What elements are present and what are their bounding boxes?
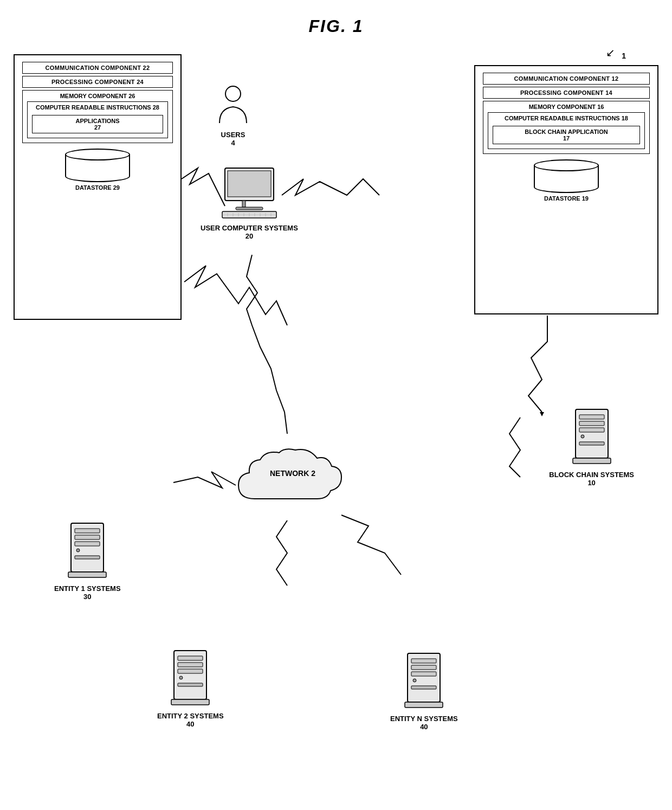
left-cyl-top	[65, 149, 130, 160]
svg-rect-49	[178, 656, 203, 660]
computer-icon	[219, 165, 279, 220]
left-apps-label: APPLICATIONS	[35, 118, 160, 124]
entityN-server-icon	[399, 651, 448, 710]
svg-rect-54	[171, 699, 209, 705]
svg-marker-17	[540, 412, 544, 416]
user-computer-num: 20	[201, 232, 298, 240]
svg-rect-43	[75, 535, 100, 539]
entityN-label: ENTITY N SYSTEMS	[390, 715, 458, 723]
figure-title: FIG. 1	[309, 16, 364, 36]
user-computer-group: USER COMPUTER SYSTEMS 20	[201, 165, 298, 240]
left-instructions-box: COMPUTER READABLE INSTRUCTIONS 28 APPLIC…	[27, 101, 168, 138]
right-datastore-label: DATASTORE 19	[544, 195, 589, 202]
svg-point-59	[413, 679, 416, 682]
network-group: NETWORK 2	[233, 445, 352, 523]
svg-rect-61	[405, 702, 443, 708]
entity1-num: 30	[54, 593, 121, 601]
blockchain-server-icon	[567, 407, 616, 466]
left-apps-num: 27	[35, 124, 160, 131]
users-group: USERS 4	[214, 84, 252, 147]
left-proc-component: PROCESSING COMPONENT 24	[22, 76, 173, 88]
left-datastore: DATASTORE 29	[19, 149, 176, 191]
svg-rect-56	[411, 659, 436, 663]
svg-rect-58	[411, 672, 436, 676]
right-proc-component: PROCESSING COMPONENT 14	[483, 87, 650, 99]
left-datastore-label: DATASTORE 29	[75, 184, 120, 191]
svg-rect-21	[242, 201, 245, 207]
entityN-num: 40	[390, 723, 458, 731]
left-mem-label: MEMORY COMPONENT 26	[25, 93, 170, 99]
svg-rect-46	[75, 556, 100, 559]
left-apps-box: APPLICATIONS 27	[32, 115, 163, 133]
svg-rect-53	[178, 683, 203, 686]
svg-rect-51	[178, 669, 203, 673]
svg-rect-37	[579, 428, 604, 432]
svg-rect-50	[178, 663, 203, 667]
svg-rect-42	[75, 529, 100, 533]
left-system-box: COMMUNICATION COMPONENT 22 PROCESSING CO…	[14, 54, 182, 320]
right-datastore: DATASTORE 19	[480, 159, 653, 202]
svg-point-18	[225, 86, 241, 101]
svg-rect-20	[228, 171, 271, 197]
svg-rect-22	[236, 207, 263, 210]
blockchain-systems-num: 10	[549, 479, 634, 487]
left-instr-label: COMPUTER READABLE INSTRUCTIONS 28	[36, 104, 159, 111]
users-label: USERS	[214, 131, 252, 139]
svg-point-38	[581, 435, 584, 438]
svg-point-45	[76, 549, 80, 552]
entity2-num: 40	[157, 720, 224, 728]
right-app-num: 17	[495, 135, 637, 142]
svg-rect-40	[573, 458, 611, 464]
entity2-label: ENTITY 2 SYSTEMS	[157, 712, 224, 720]
right-app-box: BLOCK CHAIN APPLICATION 17	[493, 126, 640, 144]
blockchain-systems-group: BLOCK CHAIN SYSTEMS 10	[549, 407, 634, 487]
entity1-group: ENTITY 1 SYSTEMS 30	[54, 520, 121, 601]
left-memory-outer: MEMORY COMPONENT 26 COMPUTER READABLE IN…	[22, 90, 173, 143]
svg-rect-47	[68, 572, 106, 577]
entityN-group: ENTITY N SYSTEMS 40	[390, 651, 458, 731]
right-memory-outer: MEMORY COMPONENT 16 COMPUTER READABLE IN…	[483, 101, 650, 154]
network-label: NETWORK 2	[249, 469, 336, 478]
svg-rect-35	[579, 415, 604, 419]
svg-rect-57	[411, 665, 436, 670]
right-instructions-box: COMPUTER READABLE INSTRUCTIONS 18 BLOCK …	[488, 112, 645, 149]
left-comm-component: COMMUNICATION COMPONENT 22	[22, 62, 173, 74]
network-cloud-icon	[233, 445, 352, 520]
entity2-server-icon	[166, 648, 215, 708]
users-num: 4	[214, 139, 252, 147]
diagram-container: FIG. 1 1 ↙ COMMUNICATION COMPONENT 22 PR…	[0, 0, 672, 810]
svg-rect-39	[579, 442, 604, 445]
right-comm-component: COMMUNICATION COMPONENT 12	[483, 73, 650, 85]
svg-rect-44	[75, 542, 100, 546]
entity1-label: ENTITY 1 SYSTEMS	[54, 584, 121, 593]
entity1-server-icon	[63, 520, 112, 580]
entity2-group: ENTITY 2 SYSTEMS 40	[157, 648, 224, 728]
right-cyl-top	[534, 159, 599, 171]
diagram-ref: 1	[622, 52, 626, 60]
right-mem-label: MEMORY COMPONENT 16	[486, 104, 647, 110]
svg-point-52	[179, 676, 183, 679]
svg-rect-36	[579, 421, 604, 426]
users-icon	[214, 84, 252, 127]
user-computer-label: USER COMPUTER SYSTEMS	[201, 224, 298, 232]
right-app-label: BLOCK CHAIN APPLICATION	[495, 128, 637, 135]
right-system-box: COMMUNICATION COMPONENT 12 PROCESSING CO…	[474, 65, 658, 314]
right-instr-label: COMPUTER READABLE INSTRUCTIONS 18	[505, 115, 628, 121]
svg-rect-60	[411, 686, 436, 689]
ref-arrow: ↙	[606, 46, 615, 59]
blockchain-systems-label: BLOCK CHAIN SYSTEMS	[549, 471, 634, 479]
